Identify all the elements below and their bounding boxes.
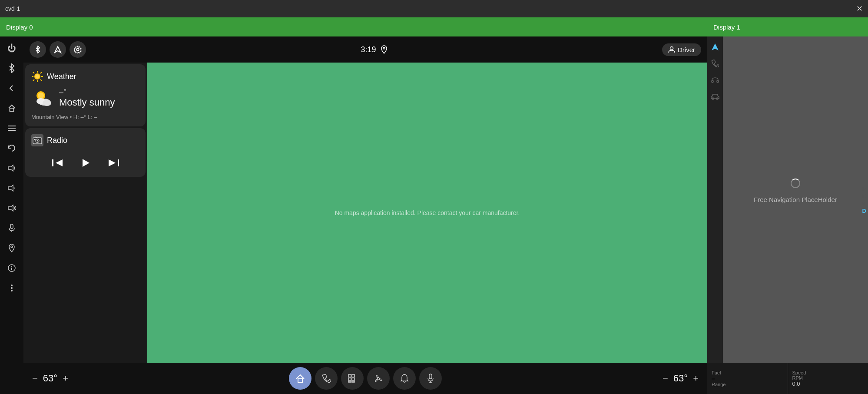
svg-rect-45 <box>118 159 119 166</box>
fan-nav-btn[interactable] <box>367 367 390 390</box>
bell-nav-btn[interactable] <box>393 367 416 390</box>
volume-up-icon[interactable] <box>3 160 20 176</box>
settings-btn[interactable] <box>70 41 86 58</box>
temp-decrease-left-btn[interactable]: − <box>32 373 38 384</box>
gear-r: R <box>862 193 866 199</box>
previous-track-btn[interactable] <box>50 155 66 171</box>
driver-btn[interactable]: Driver <box>662 43 701 56</box>
gear-p: P <box>862 185 866 192</box>
svg-marker-5 <box>8 185 13 191</box>
rpm-value: 0.0 <box>792 381 864 387</box>
svg-rect-59 <box>712 80 713 83</box>
svg-point-33 <box>38 93 44 99</box>
volume-down-icon[interactable] <box>3 180 20 196</box>
home-icon[interactable] <box>3 100 20 116</box>
radio-title-row: Radio <box>31 134 139 146</box>
svg-point-21 <box>670 47 673 50</box>
top-bar: 3:19 Driver <box>23 36 707 63</box>
weather-title-row: Weather <box>31 70 139 83</box>
svg-point-15 <box>11 285 13 286</box>
fuel-range-info: Fuel – Range <box>707 363 788 394</box>
speed-rpm-info: Speed RPM 0.0 <box>788 363 868 394</box>
svg-rect-40 <box>34 139 36 140</box>
fuel-label: Fuel <box>712 370 783 375</box>
radio-widget[interactable]: Radio <box>25 128 146 177</box>
fuel-value: – <box>712 375 783 382</box>
loading-spinner <box>791 179 800 188</box>
play-pause-btn[interactable] <box>78 155 93 171</box>
weather-condition-icon <box>31 87 54 109</box>
main-content: Display 0 ⏻ <box>0 17 868 394</box>
menu-icon[interactable] <box>3 120 20 136</box>
radio-controls <box>31 155 139 171</box>
sidebar-icons: ⏻ <box>0 36 23 394</box>
mute-icon[interactable] <box>3 200 20 216</box>
svg-rect-53 <box>352 381 354 382</box>
svg-point-23 <box>35 74 40 79</box>
weather-title: Weather <box>47 72 76 81</box>
weather-sun-icon <box>31 70 43 83</box>
svg-marker-4 <box>8 165 13 171</box>
right-content: Free Navigation PlaceHolder P R N D <box>707 36 868 363</box>
nav-strip-icon[interactable] <box>709 41 721 53</box>
svg-line-28 <box>33 72 34 73</box>
temp-increase-right-btn[interactable]: + <box>693 373 699 384</box>
car-strip-icon[interactable] <box>709 90 721 103</box>
info-icon[interactable] <box>3 260 20 276</box>
weather-widget[interactable]: Weather <box>25 64 146 126</box>
next-track-btn[interactable] <box>106 155 121 171</box>
headphone-strip-icon[interactable] <box>709 74 721 86</box>
svg-point-11 <box>11 246 13 248</box>
right-panel: Display 1 <box>707 17 868 394</box>
bottom-bar: − 63° + <box>23 363 707 394</box>
undo-icon[interactable] <box>3 140 20 156</box>
top-bar-left <box>30 41 86 58</box>
weather-location: Mountain View • H: –° L: – <box>31 114 139 120</box>
auto-main: 3:19 Driver <box>23 36 707 394</box>
bluetooth-icon[interactable] <box>3 60 20 76</box>
temp-decrease-right-btn[interactable]: − <box>663 373 668 384</box>
svg-point-14 <box>11 266 12 267</box>
more-icon[interactable] <box>3 280 20 296</box>
right-nav-placeholder-text: Free Navigation PlaceHolder <box>745 196 846 203</box>
svg-line-31 <box>33 79 34 81</box>
svg-point-36 <box>43 100 51 106</box>
svg-rect-51 <box>352 378 354 381</box>
mic-nav-btn[interactable] <box>419 367 442 390</box>
temp-increase-left-btn[interactable]: + <box>63 373 68 384</box>
temp-value-left: 63° <box>43 373 57 384</box>
rpm-label: RPM <box>792 375 864 381</box>
svg-point-39 <box>37 140 38 142</box>
right-nav-map: Free Navigation PlaceHolder P R N D <box>723 36 868 363</box>
gear-n: N <box>862 200 866 207</box>
svg-rect-49 <box>352 374 354 377</box>
display-1-label: Display 1 <box>707 17 868 36</box>
nav-status-btn[interactable] <box>50 41 66 58</box>
phone-nav-btn[interactable] <box>315 367 338 390</box>
location-icon[interactable] <box>3 240 20 256</box>
bluetooth-status-btn[interactable] <box>30 41 46 58</box>
top-bar-center: 3:19 <box>361 45 387 54</box>
phone-strip-icon[interactable] <box>709 57 721 70</box>
content-row: Weather <box>23 63 707 363</box>
grid-nav-btn[interactable] <box>341 367 364 390</box>
svg-rect-48 <box>348 374 351 377</box>
svg-point-19 <box>76 48 79 50</box>
power-icon[interactable]: ⏻ <box>3 40 20 56</box>
svg-rect-9 <box>10 224 13 228</box>
back-icon[interactable] <box>3 80 20 96</box>
close-button[interactable]: ✕ <box>856 4 863 13</box>
gear-indicator: P R N D <box>862 185 868 214</box>
map-placeholder-text: No maps application installed. Please co… <box>335 209 520 216</box>
svg-point-16 <box>11 287 13 289</box>
svg-marker-44 <box>83 159 89 167</box>
mic-icon[interactable] <box>3 220 20 236</box>
weather-main: –° Mostly sunny <box>31 87 139 109</box>
temp-control-left: − 63° + <box>32 373 68 384</box>
home-nav-btn[interactable] <box>289 367 311 390</box>
bottom-nav <box>289 367 442 390</box>
range-label: Range <box>712 382 783 387</box>
svg-rect-52 <box>348 381 351 382</box>
title-bar: cvd-1 ✕ <box>0 0 868 17</box>
svg-rect-0 <box>10 108 14 111</box>
